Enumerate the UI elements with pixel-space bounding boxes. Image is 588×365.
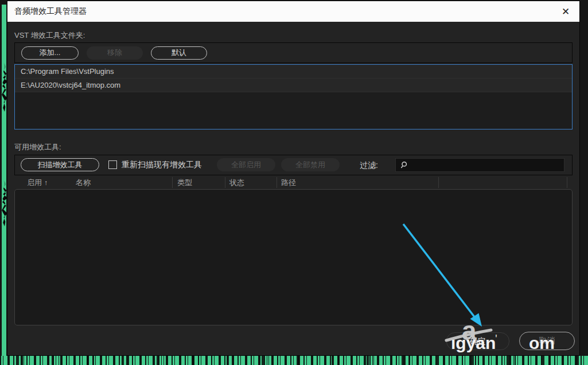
add-folder-button[interactable]: 添加... [21, 46, 79, 60]
column-divider [277, 177, 277, 188]
plugin-manager-dialog: 音频增效工具管理器 ✕ VST 增效工具文件夹: 添加... 移除 默认 C:\… [7, 1, 579, 355]
column-header-name[interactable]: 名称 [76, 178, 91, 188]
column-header-type[interactable]: 类型 [177, 178, 192, 188]
vst-folders-toolbar: 添加... 移除 默认 [14, 42, 573, 63]
filter-searchbox [395, 158, 564, 172]
plugins-toolbar: 扫描增效工具 重新扫描现有增效工具 全部启用 全部禁用 过滤: [14, 155, 573, 175]
sort-ascending-icon: ↑ [44, 179, 48, 187]
audition-background: 音频增效工具管理器 ✕ VST 增效工具文件夹: 添加... 移除 默认 C:\… [0, 0, 588, 365]
scan-plugins-button[interactable]: 扫描增效工具 [21, 158, 99, 171]
cancel-button[interactable]: 取消 [519, 332, 575, 350]
search-icon [400, 161, 408, 169]
filter-label: 过滤: [360, 160, 378, 171]
enable-all-button[interactable]: 全部启用 [217, 158, 275, 171]
column-divider [172, 177, 173, 188]
vst-folders-label: VST 增效工具文件夹: [14, 30, 85, 41]
list-item[interactable]: C:\Program Files\VstPlugins [15, 65, 572, 79]
column-header-path[interactable]: 路径 [281, 178, 296, 188]
close-icon[interactable]: ✕ [556, 1, 575, 22]
plugins-table-body [14, 189, 573, 325]
column-header-status[interactable]: 状态 [229, 178, 244, 188]
column-divider [567, 177, 567, 188]
available-plugins-label: 可用增效工具: [14, 142, 61, 152]
filter-input[interactable] [412, 161, 564, 170]
dialog-titlebar: 音频增效工具管理器 ✕ [7, 1, 579, 22]
rescan-checkbox[interactable] [108, 160, 117, 169]
vst-folder-list: C:\Program Files\VstPlugins E:\AU2020\vs… [14, 64, 573, 129]
column-divider [225, 177, 225, 188]
list-item[interactable]: E:\AU2020\vstcj64_itmop.com [15, 79, 572, 92]
dialog-title: 音频增效工具管理器 [14, 6, 87, 17]
disable-all-button[interactable]: 全部禁用 [281, 158, 340, 171]
column-header-enabled[interactable]: 启用↑ [27, 178, 48, 188]
remove-folder-button[interactable]: 移除 [87, 46, 143, 60]
default-folder-button[interactable]: 默认 [151, 46, 207, 60]
ok-button[interactable]: 确定 [446, 332, 509, 350]
waveform-bottom-strip [0, 356, 588, 365]
column-divider [438, 177, 439, 188]
waveform-left-strip [2, 5, 6, 356]
plugins-table-header: 启用↑ 名称 类型 状态 路径 [14, 176, 573, 189]
rescan-checkbox-label[interactable]: 重新扫描现有增效工具 [122, 160, 202, 170]
